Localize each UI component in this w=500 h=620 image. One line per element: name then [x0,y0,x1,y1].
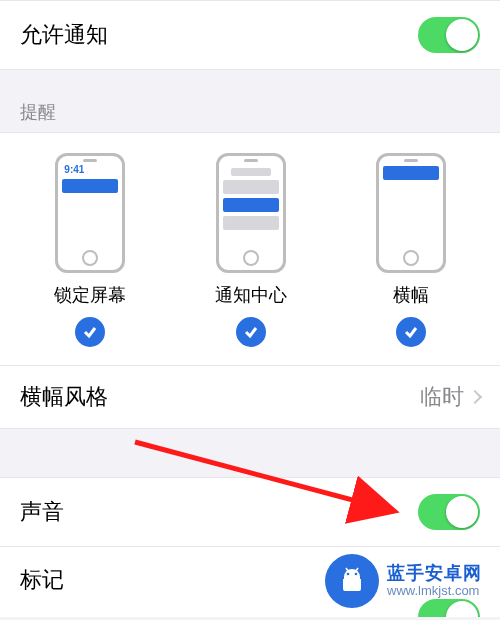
banner-style-row[interactable]: 横幅风格 临时 [0,366,500,429]
banner-style-value: 临时 [420,382,480,412]
sound-row: 声音 [0,477,500,547]
checkmark-icon [396,317,426,347]
allow-notifications-row: 允许通知 [0,0,500,70]
alerts-row: 9:41 锁定屏幕 通知中心 横幅 [0,132,500,366]
alert-option-label: 横幅 [393,283,429,307]
sound-label: 声音 [20,497,64,527]
alert-option-label: 锁定屏幕 [54,283,126,307]
alert-option-lock-screen[interactable]: 9:41 锁定屏幕 [54,153,126,347]
alert-option-banner[interactable]: 横幅 [376,153,446,347]
badges-toggle[interactable] [418,599,480,617]
alert-option-label: 通知中心 [215,283,287,307]
allow-notifications-toggle[interactable] [418,17,480,53]
chevron-right-icon [468,390,482,404]
alert-option-notification-center[interactable]: 通知中心 [215,153,287,347]
sound-toggle[interactable] [418,494,480,530]
notification-center-preview-icon [216,153,286,273]
checkmark-icon [75,317,105,347]
checkmark-icon [236,317,266,347]
banner-preview-icon [376,153,446,273]
banner-style-label: 横幅风格 [20,382,108,412]
alerts-section-header: 提醒 [0,70,500,132]
allow-notifications-label: 允许通知 [20,20,108,50]
badges-row: 标记 [0,547,500,617]
lock-screen-preview-icon: 9:41 [55,153,125,273]
badges-label: 标记 [20,565,64,595]
